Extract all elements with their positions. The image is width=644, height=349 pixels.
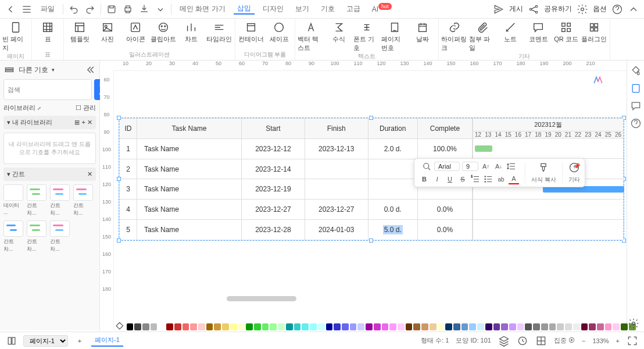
ribbon-template[interactable]: 템플릿 [66,21,93,51]
ribbon-qr[interactable]: QR 코드 [553,21,579,52]
tab-design[interactable]: 디자인 [259,4,287,14]
color-swatch[interactable] [127,323,134,330]
ribbon-vector-text[interactable]: 벡터 텍스트 [298,21,324,52]
color-swatch[interactable] [581,323,588,330]
options-label[interactable]: 옵션 [593,4,607,14]
color-swatch[interactable] [206,323,213,330]
color-swatch[interactable] [453,323,460,330]
tab-symbol[interactable]: 기호 [317,4,338,14]
color-swatch[interactable] [621,323,628,330]
font-decrease-icon[interactable]: A↓ [493,161,504,172]
thumb-gantt[interactable]: 간트 차... [50,184,70,217]
help-panel-icon[interactable] [630,117,642,129]
color-swatch[interactable] [374,323,381,330]
resize-handle[interactable] [369,238,373,243]
color-swatch[interactable] [430,323,437,330]
color-swatch[interactable] [557,323,564,330]
color-swatch[interactable] [174,323,181,330]
ribbon-clipart[interactable]: 클립아트 [150,21,177,51]
ribbon-attachment[interactable]: 첨부 파일 [469,21,496,52]
color-swatch[interactable] [318,323,325,330]
ribbon-comment[interactable]: 코멘트 [525,21,552,52]
save-icon[interactable] [106,3,117,15]
color-swatch[interactable] [533,323,540,330]
color-swatch[interactable] [190,323,197,330]
color-swatch[interactable] [477,323,484,330]
thumb-gantt[interactable]: 간트 차... [3,220,23,253]
redo-icon[interactable] [84,3,96,15]
font-color-icon[interactable]: A [509,174,519,184]
settings-icon[interactable] [628,318,639,329]
ribbon-note[interactable]: 노트 [497,21,524,52]
history-icon[interactable] [517,335,528,347]
ribbon-container[interactable]: 컨테이너 [238,21,264,51]
ribbon-formula[interactable]: 수식 [325,21,352,52]
fullscreen-icon[interactable] [627,335,638,347]
underline-icon[interactable]: U [445,174,455,184]
color-swatch[interactable] [230,323,237,330]
color-swatch[interactable] [589,323,596,330]
comment-panel-icon[interactable] [630,100,642,112]
color-swatch[interactable] [270,323,277,330]
more-icon[interactable] [155,3,166,15]
help-icon[interactable] [611,3,623,15]
resize-handle[interactable] [117,238,121,243]
add-page-icon[interactable]: + [74,335,85,347]
color-swatch[interactable] [382,323,389,330]
canvas[interactable]: 1020304050607080901001101201301401501601… [100,60,627,330]
color-swatch[interactable] [286,323,293,330]
color-swatch[interactable] [613,323,620,330]
thumb-gantt[interactable]: 간트 차... [27,184,46,217]
ribbon-timeline[interactable]: 타임라인 [206,21,232,51]
zoom-out[interactable]: − [582,337,585,344]
color-swatch[interactable] [549,323,556,330]
color-swatch[interactable] [166,323,173,330]
color-swatch[interactable] [142,323,149,330]
line-height-icon[interactable] [506,161,517,172]
font-select[interactable]: Arial [434,162,460,171]
color-swatch[interactable] [438,323,445,330]
menu-icon[interactable] [21,3,33,15]
ribbon-plugin[interactable]: 플러그인 [581,21,607,52]
color-swatch[interactable] [222,323,229,330]
file-menu[interactable]: 파일 [37,4,58,14]
thumb-gantt[interactable]: 간트 차... [50,220,70,253]
eyedropper-icon[interactable] [114,321,126,333]
collapse-icon[interactable] [628,3,639,15]
color-swatch[interactable] [334,323,341,330]
horizontal-scrollbar[interactable] [227,296,296,301]
gantt-section-header[interactable]: ▾ 간트✕ [3,168,96,181]
ribbon-hyperlink[interactable]: 하이퍼링크 [441,21,468,52]
grid-icon[interactable] [535,335,547,347]
color-swatch[interactable] [326,323,333,330]
color-swatch[interactable] [413,323,420,330]
page-tab[interactable]: 페이지-1 [91,334,123,347]
color-swatch[interactable] [262,323,269,330]
back-icon[interactable] [5,3,16,15]
color-swatch[interactable] [605,323,612,330]
color-swatch[interactable] [398,323,405,330]
resize-handle[interactable] [117,177,121,181]
manage-link[interactable]: ☐ 관리 [76,104,96,112]
color-swatch[interactable] [565,323,572,330]
floating-text-toolbar[interactable]: Arial 9 A↑ A↓ B I U S 1 ab A [414,158,585,187]
color-swatch[interactable] [342,323,349,330]
format-painter-icon[interactable] [538,162,549,173]
color-swatch[interactable] [151,323,158,330]
color-swatch[interactable] [350,323,357,330]
library-label[interactable]: 라이브러리 ⤢ [3,104,41,112]
thumb-gantt[interactable]: 간트 차... [73,184,93,217]
color-swatch[interactable] [469,323,476,330]
bullet-list-icon[interactable] [483,174,493,184]
color-swatch[interactable] [445,323,452,330]
color-swatch[interactable] [509,323,516,330]
tab-ai[interactable]: AIhot [368,5,395,13]
color-swatch[interactable] [238,323,245,330]
gear-icon[interactable] [577,3,588,15]
color-palette[interactable] [114,322,636,332]
tab-advanced[interactable]: 고급 [343,4,364,14]
pages-icon[interactable] [6,335,17,347]
numbered-list-icon[interactable]: 1 [470,174,481,184]
size-select[interactable]: 9 [462,162,478,171]
my-library-header[interactable]: ▾ 내 라이브러리 ⊞ + ✕ [3,116,96,129]
